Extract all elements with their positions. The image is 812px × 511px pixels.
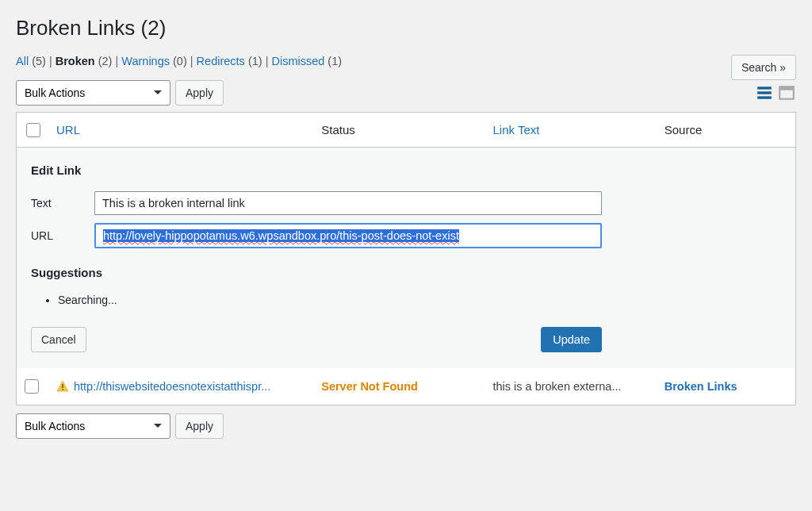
edit-url-label: URL: [31, 229, 94, 242]
svg-rect-2: [757, 96, 772, 98]
filter-all[interactable]: All: [16, 55, 29, 67]
edit-text-input[interactable]: [94, 191, 602, 215]
search-button[interactable]: Search »: [731, 55, 796, 80]
apply-button-top[interactable]: Apply: [175, 80, 224, 106]
filter-tabs: All (5) | Broken (2) | Warnings (0) | Re…: [16, 55, 342, 67]
apply-button-bottom[interactable]: Apply: [175, 413, 224, 439]
svg-rect-0: [757, 86, 772, 89]
view-switcher: [755, 83, 796, 102]
filter-warnings-count: (0): [173, 55, 187, 67]
bulk-actions-select[interactable]: Bulk Actions: [16, 80, 170, 106]
edit-link-heading: Edit Link: [31, 163, 781, 177]
column-source: Source: [657, 113, 796, 148]
view-list-icon[interactable]: [755, 83, 774, 102]
column-status: Status: [313, 113, 485, 148]
filter-redirects[interactable]: Redirects: [197, 55, 245, 67]
column-link-text[interactable]: Link Text: [492, 123, 539, 136]
filter-all-count: (5): [32, 55, 46, 67]
filter-broken[interactable]: Broken: [56, 55, 95, 67]
filter-dismissed-count: (1): [327, 55, 342, 67]
filter-dismissed[interactable]: Dismissed: [271, 55, 324, 67]
suggestion-searching: Searching...: [58, 294, 781, 306]
edit-text-label: Text: [31, 197, 94, 209]
links-table: URL Status Link Text Source Edit Link Te…: [16, 112, 796, 405]
edit-url-input[interactable]: http://lovely-hippopotamus.w6.wpsandbox.…: [94, 223, 602, 248]
svg-rect-5: [62, 384, 63, 388]
update-button[interactable]: Update: [541, 327, 602, 352]
row-source-link[interactable]: Broken Links: [665, 380, 737, 393]
suggestions-heading: Suggestions: [31, 266, 781, 279]
row-status: Server Not Found: [321, 380, 418, 393]
bulk-actions-select-bottom[interactable]: Bulk Actions: [16, 413, 170, 439]
column-url[interactable]: URL: [56, 123, 80, 136]
page-title: Broken Links (2): [16, 16, 796, 40]
row-url-link[interactable]: http://thiswebsitedoesnotexistatthispr..…: [74, 380, 270, 393]
table-row: http://thiswebsitedoesnotexistatthispr..…: [17, 368, 796, 405]
svg-rect-1: [757, 91, 772, 94]
row-checkbox[interactable]: [25, 379, 39, 394]
select-all-checkbox[interactable]: [26, 123, 40, 137]
warning-icon: [56, 380, 69, 393]
filter-broken-count: (2): [98, 55, 113, 67]
filter-warnings[interactable]: Warnings: [121, 55, 170, 67]
svg-rect-4: [779, 86, 794, 90]
view-excerpt-icon[interactable]: [777, 83, 796, 102]
row-link-text: this is a broken externa...: [485, 368, 656, 405]
filter-redirects-count: (1): [248, 55, 262, 67]
svg-rect-6: [62, 389, 63, 390]
cancel-button[interactable]: Cancel: [31, 327, 86, 352]
